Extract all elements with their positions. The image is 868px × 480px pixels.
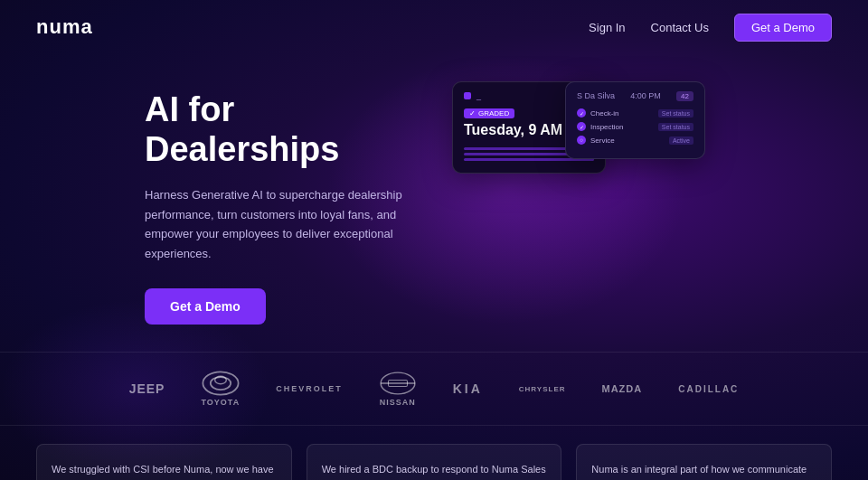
testimonial-card-3: Numa is an integral part of how we commu… xyxy=(576,444,832,480)
brand-nissan: NISSAN xyxy=(379,371,417,407)
nissan-icon xyxy=(379,371,417,396)
hero-section: AI for Dealerships Harness Generative AI… xyxy=(0,54,868,352)
person-name: S Da Silva xyxy=(577,91,615,101)
contact-us-link[interactable]: Contact Us xyxy=(651,21,709,34)
service-icon: ○ xyxy=(577,136,586,145)
brand-jeep: JEEP xyxy=(129,381,165,396)
logo: numa xyxy=(36,15,93,39)
mockup-side-card: S Da Silva 4:00 PM 42 ✓ Check-in Set sta… xyxy=(565,81,705,159)
badge-42: 42 xyxy=(676,91,693,101)
brand-toyota: TOYOTA xyxy=(201,371,240,407)
service-label: Service xyxy=(590,136,665,145)
service-status: Active xyxy=(669,136,693,145)
testimonials-section: We struggled with CSI before Numa, now w… xyxy=(0,426,868,480)
terminal-icon xyxy=(464,92,471,99)
brand-cadillac: CADILLAC xyxy=(678,384,739,394)
testimonial-text-1: We struggled with CSI before Numa, now w… xyxy=(52,461,277,480)
hero-title: AI for Dealerships xyxy=(145,90,416,169)
check-in-status: Set status xyxy=(658,109,693,118)
testimonial-text-3: Numa is an integral part of how we commu… xyxy=(591,461,816,480)
mockup-person-header: S Da Silva 4:00 PM 42 xyxy=(577,91,693,101)
hero-left: AI for Dealerships Harness Generative AI… xyxy=(145,90,416,325)
brands-section: JEEP TOYOTA CHEVROLET NISSAN KIA CHRYSLE… xyxy=(0,352,868,426)
check-in-label: Check-in xyxy=(590,109,654,118)
hero-mockup: _ ✓GRADED Tuesday, 9 AM S Da Silva 4:00 … xyxy=(452,81,723,262)
nissan-label: NISSAN xyxy=(380,398,416,407)
toyota-label: TOYOTA xyxy=(201,398,240,407)
person-time: 4:00 PM xyxy=(630,91,661,101)
testimonial-card-2: We hired a BDC backup to respond to Numa… xyxy=(307,444,562,480)
brand-chrysler: CHRYSLER xyxy=(519,385,566,393)
brand-mazda: MAZDA xyxy=(602,383,643,394)
hero-description: Harness Generative AI to supercharge dea… xyxy=(145,185,416,263)
testimonial-text-2: We hired a BDC backup to respond to Numa… xyxy=(322,461,547,480)
inspection-icon: ✓ xyxy=(577,122,586,131)
inspection-status: Set status xyxy=(658,123,693,131)
hero-get-demo-button[interactable]: Get a Demo xyxy=(145,288,266,325)
nav-right: Sign In Contact Us Get a Demo xyxy=(589,14,832,42)
check-in-row: ✓ Check-in Set status xyxy=(577,108,693,118)
nav-get-demo-button[interactable]: Get a Demo xyxy=(734,14,832,42)
testimonial-card-1: We struggled with CSI before Numa, now w… xyxy=(36,444,292,480)
check-in-icon: ✓ xyxy=(577,108,586,118)
inspection-row: ✓ Inspection Set status xyxy=(577,122,693,131)
navbar: numa Sign In Contact Us Get a Demo xyxy=(0,0,868,54)
sign-in-link[interactable]: Sign In xyxy=(589,21,625,34)
toyota-icon xyxy=(202,371,240,396)
service-row: ○ Service Active xyxy=(577,136,693,145)
tag-graded: ✓GRADED xyxy=(464,108,514,118)
brand-kia: KIA xyxy=(453,381,483,396)
brand-chevrolet: CHEVROLET xyxy=(276,384,343,393)
mockup-prompt: _ xyxy=(476,91,481,100)
inspection-label: Inspection xyxy=(590,123,654,131)
